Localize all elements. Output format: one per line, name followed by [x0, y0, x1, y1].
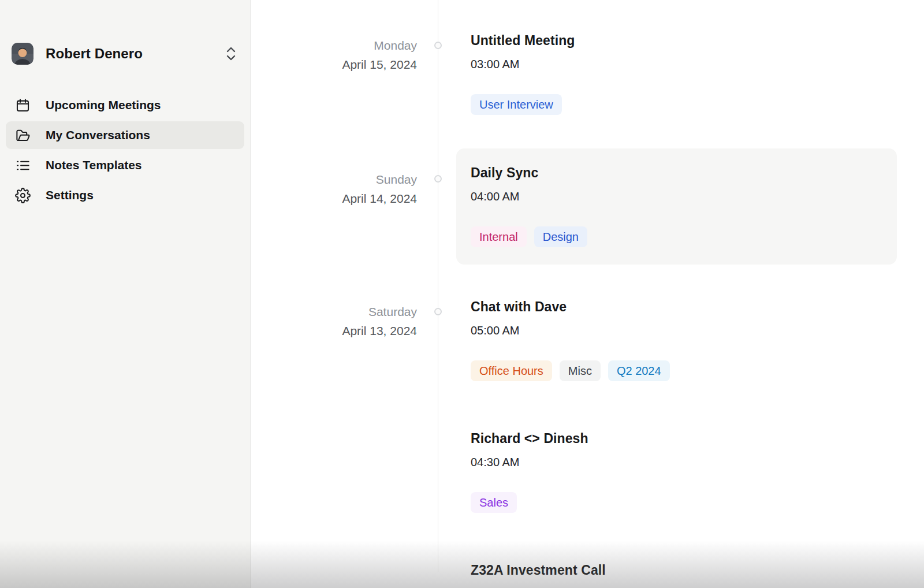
meeting-time: 04:00 AM: [471, 189, 880, 204]
list-icon: [15, 158, 31, 173]
user-avatar: [12, 43, 33, 65]
sidebar-item-notes-templates[interactable]: Notes Templates: [6, 151, 244, 179]
meetings-column: Daily Sync 04:00 AM InternalDesign: [471, 148, 897, 265]
folder-open-icon: [15, 128, 31, 143]
meeting-tag-user-interview[interactable]: User Interview: [471, 94, 562, 115]
chevron-updown-icon[interactable]: [225, 46, 237, 62]
day-name: Saturday: [251, 302, 417, 321]
meeting-tag-design[interactable]: Design: [534, 226, 587, 247]
meeting-item[interactable]: Z32A Investment Call: [471, 561, 897, 579]
meeting-tag-office-hours[interactable]: Office Hours: [471, 360, 552, 381]
timeline-content: Monday April 15, 2024 Untitled Meeting 0…: [251, 0, 924, 579]
meeting-item[interactable]: Chat with Dave 05:00 AM Office HoursMisc…: [471, 298, 897, 381]
profile-switcher[interactable]: Robert Denero: [12, 43, 237, 65]
group-date: Sunday April 14, 2024: [251, 148, 417, 265]
sidebar-item-label: My Conversations: [46, 128, 150, 142]
date-text: April 13, 2024: [251, 321, 417, 340]
day-name: Sunday: [251, 170, 417, 189]
group-date: Monday April 15, 2024: [251, 32, 417, 115]
timeline-group: Saturday April 13, 2024 Chat with Dave 0…: [251, 298, 924, 579]
timeline-group: Sunday April 14, 2024 Daily Sync 04:00 A…: [251, 148, 924, 265]
timeline-dot: [434, 175, 442, 183]
meeting-time: 05:00 AM: [471, 323, 897, 338]
sidebar-item-settings[interactable]: Settings: [6, 181, 244, 209]
meeting-time: 03:00 AM: [471, 57, 897, 72]
meeting-item[interactable]: Richard <> Dinesh 04:30 AM Sales: [471, 430, 897, 513]
day-name: Monday: [251, 36, 417, 55]
timeline-group: Monday April 15, 2024 Untitled Meeting 0…: [251, 32, 924, 115]
gear-icon: [15, 188, 31, 203]
meeting-title[interactable]: Untitled Meeting: [471, 32, 897, 49]
meeting-tag-sales[interactable]: Sales: [471, 492, 517, 513]
meeting-tags: Office HoursMiscQ2 2024: [471, 360, 897, 381]
meeting-tags: User Interview: [471, 94, 897, 115]
sidebar: Robert Denero Upcoming Meetings My Conve…: [0, 0, 251, 588]
sidebar-item-label: Notes Templates: [46, 158, 142, 172]
timeline-dot: [434, 42, 442, 49]
sidebar-item-label: Upcoming Meetings: [46, 98, 161, 112]
sidebar-item-upcoming-meetings[interactable]: Upcoming Meetings: [6, 91, 244, 119]
meeting-tag-misc[interactable]: Misc: [560, 360, 601, 381]
meeting-title[interactable]: Richard <> Dinesh: [471, 430, 897, 447]
calendar-icon: [15, 98, 31, 113]
meeting-title[interactable]: Chat with Dave: [471, 298, 897, 315]
meeting-tags: InternalDesign: [471, 226, 880, 247]
sidebar-item-my-conversations[interactable]: My Conversations: [6, 121, 244, 149]
group-date: Saturday April 13, 2024: [251, 298, 417, 579]
meeting-title[interactable]: Z32A Investment Call: [471, 561, 897, 579]
meeting-tag-q2-2024[interactable]: Q2 2024: [608, 360, 670, 381]
meeting-item[interactable]: Untitled Meeting 03:00 AM User Interview: [471, 32, 897, 115]
meetings-column: Chat with Dave 05:00 AM Office HoursMisc…: [471, 298, 897, 579]
meeting-title[interactable]: Daily Sync: [471, 164, 880, 181]
timeline-dot: [434, 308, 442, 315]
meeting-tag-internal[interactable]: Internal: [471, 226, 527, 247]
sidebar-nav: Upcoming Meetings My Conversations Notes…: [0, 91, 250, 209]
user-name: Robert Denero: [46, 46, 213, 62]
date-text: April 15, 2024: [251, 55, 417, 74]
conversations-timeline: Monday April 15, 2024 Untitled Meeting 0…: [251, 0, 924, 588]
meeting-time: 04:30 AM: [471, 455, 897, 470]
meeting-item[interactable]: Daily Sync 04:00 AM InternalDesign: [456, 148, 897, 265]
meetings-column: Untitled Meeting 03:00 AM User Interview: [471, 32, 897, 115]
sidebar-item-label: Settings: [46, 188, 94, 202]
app-window: { "user": { "name": "Robert Denero" }, "…: [0, 0, 924, 588]
meeting-tags: Sales: [471, 492, 897, 513]
date-text: April 14, 2024: [251, 189, 417, 208]
